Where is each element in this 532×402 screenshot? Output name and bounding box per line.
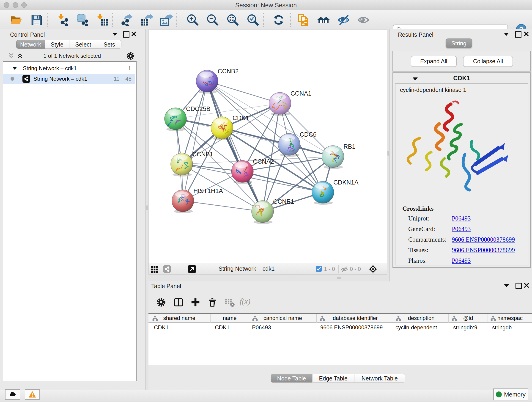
tab-select[interactable]: Select [69, 40, 97, 49]
network-node-CCNE1[interactable] [252, 201, 273, 224]
results-panel-title: Results Panel [398, 32, 433, 38]
table-cell[interactable]: CDK1 [215, 323, 248, 332]
bottom-splitter-handle[interactable] [337, 277, 341, 279]
export-image-icon[interactable] [160, 13, 173, 26]
network-canvas-svg: CCNB2CCNA1CDC25BCDK1CDC6RB1CCNB1CCNA2CDK… [149, 30, 387, 263]
tab-string[interactable]: String [446, 38, 472, 48]
column-header-canonical-name[interactable]: canonical name [249, 314, 317, 323]
network-node-HIST1H1A[interactable] [172, 190, 194, 213]
network-row-selected[interactable]: String Network – cdk1 11 48 [3, 74, 135, 84]
network-options-gear-icon[interactable] [126, 51, 135, 61]
network-collection-row[interactable]: String Network – cdk1 1 [3, 64, 135, 73]
table-cell[interactable]: cyclin-dependent ... [395, 323, 447, 332]
control-panel-maximize-icon[interactable] [123, 32, 129, 38]
tab-style[interactable]: Style [45, 40, 69, 49]
string-controls-group: Expand All Collapse All [393, 51, 531, 71]
open-session-icon[interactable] [10, 13, 22, 26]
create-column-plus-icon[interactable] [190, 297, 201, 307]
network-edge-HIST1H1A-CCNE1[interactable] [183, 201, 263, 211]
toolbar-separator [290, 13, 291, 27]
crosslink-uniprot-link[interactable]: P06493 [452, 215, 471, 222]
show-all-icon[interactable] [357, 13, 370, 26]
network-node-RB1[interactable] [322, 146, 344, 169]
hide-selected-icon[interactable] [337, 13, 350, 26]
cloud-status-button[interactable] [5, 389, 20, 400]
collection-label: String Network – cdk1 [23, 65, 77, 71]
results-panel-close-icon[interactable] [524, 31, 529, 37]
network-node-CCNA1[interactable] [269, 92, 291, 116]
save-session-icon[interactable] [30, 13, 43, 26]
expand-all-button[interactable]: Expand All [411, 56, 457, 67]
export-network-icon[interactable] [120, 13, 133, 26]
table-panel-float-icon[interactable] [504, 284, 509, 287]
zoom-selected-icon[interactable] [247, 13, 259, 26]
delete-column-trash-icon[interactable] [207, 297, 218, 307]
main-toolbar: ? [0, 10, 532, 30]
warning-status-button[interactable] [25, 389, 40, 400]
left-splitter-handle[interactable] [146, 205, 148, 211]
birds-eye-view-icon[interactable] [188, 265, 196, 274]
table-panel-close-icon[interactable] [524, 283, 529, 288]
selected-nodes-checkbox[interactable] [316, 266, 322, 272]
export-table-icon[interactable] [140, 13, 153, 26]
network-node-CCNB1[interactable] [171, 153, 193, 177]
right-splitter-handle[interactable] [387, 151, 389, 156]
collection-expand-icon[interactable] [12, 67, 17, 70]
import-network-from-file-icon[interactable] [57, 13, 70, 26]
show-columns-icon[interactable] [173, 297, 184, 307]
crosslink-genecard-link[interactable]: P06493 [452, 225, 471, 233]
crosslink-compartments-link[interactable]: 9606.ENSP00000378699 [452, 236, 515, 243]
table-panel-maximize-icon[interactable] [515, 283, 522, 289]
zoom-in-icon[interactable] [186, 13, 199, 26]
expand-all-networks-icon[interactable] [17, 52, 23, 59]
view-grid-icon[interactable] [151, 265, 159, 273]
import-network-from-database-icon[interactable] [76, 13, 89, 26]
column-header-database-identifier[interactable]: database identifier [317, 314, 394, 323]
network-node-label-CDKN1A: CDKN1A [333, 179, 359, 186]
copy-network-icon[interactable] [297, 13, 310, 26]
refresh-network-icon[interactable] [272, 13, 285, 26]
node-section-collapse-icon[interactable] [413, 77, 418, 80]
tab-network-table[interactable]: Network Table [354, 374, 405, 383]
column-type-icon [451, 315, 457, 321]
right-splitter[interactable] [387, 29, 389, 281]
tab-network[interactable]: Network [16, 40, 45, 49]
collapse-all-networks-icon[interactable] [8, 52, 15, 59]
results-panel-maximize-icon[interactable] [515, 32, 521, 38]
column-header-description[interactable]: description [394, 314, 449, 323]
network-node-CCNA2[interactable] [231, 160, 253, 184]
table-cell[interactable]: stringdb [492, 323, 531, 332]
crosslink-tissues-link[interactable]: 9606.ENSP00000378699 [452, 247, 515, 254]
results-panel-float-icon[interactable] [504, 33, 509, 36]
tab-node-table[interactable]: Node Table [271, 374, 312, 383]
left-splitter[interactable] [146, 29, 148, 390]
table-options-gear-icon[interactable] [156, 297, 166, 307]
import-table-from-file-icon[interactable] [96, 13, 109, 26]
control-panel-float-icon[interactable] [112, 33, 117, 36]
memory-button[interactable]: Memory [493, 389, 528, 400]
network-node-CDC6[interactable] [278, 133, 300, 157]
collapse-all-button[interactable]: Collapse All [463, 56, 513, 67]
network-node-CDC25B[interactable] [165, 108, 186, 131]
control-panel-close-icon[interactable] [131, 31, 137, 37]
table-cell[interactable]: CDK1 [154, 323, 209, 332]
table-toolbar: f(x) [148, 295, 532, 310]
tab-edge-table[interactable]: Edge Table [312, 374, 354, 383]
home-icon[interactable] [317, 13, 330, 26]
tab-sets[interactable]: Sets [97, 40, 121, 49]
column-header-name[interactable]: name [210, 314, 249, 323]
node-section-title: CDK1 [427, 75, 496, 82]
table-cell[interactable]: P06493 [252, 323, 314, 332]
zoom-out-icon[interactable] [206, 13, 219, 26]
network-canvas[interactable]: CCNB2CCNA1CDC25BCDK1CDC6RB1CCNB1CCNA2CDK… [148, 29, 387, 263]
network-node-CDK1[interactable] [211, 117, 233, 140]
fit-selected-crosshair-icon[interactable] [368, 264, 378, 274]
network-node-CDKN1A[interactable] [312, 181, 334, 205]
network-edge-CCNB2-CCNA1[interactable] [207, 81, 280, 103]
table-cell[interactable]: 9606.ENSP00000378699 [320, 323, 393, 332]
view-share-icon[interactable] [163, 265, 171, 273]
crosslink-pharos-link[interactable]: P06493 [452, 257, 471, 264]
zoom-fit-content-icon[interactable] [226, 13, 239, 26]
warning-icon [28, 390, 36, 399]
table-cell[interactable]: stringdb:9... [453, 323, 490, 332]
